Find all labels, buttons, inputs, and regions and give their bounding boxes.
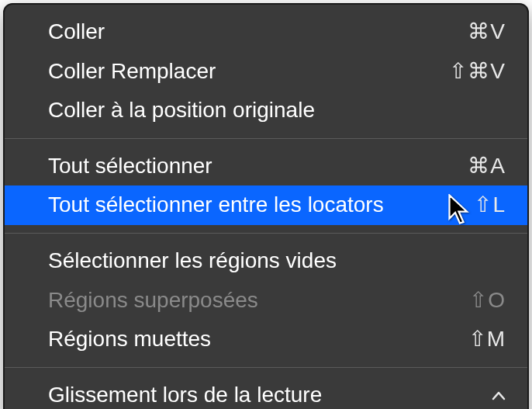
menu-item-label: Coller à la position originale [48, 95, 436, 127]
menu-item-label: Régions muettes [48, 324, 436, 355]
menu-item-shortcut: ⇧M [436, 324, 506, 355]
menu-item-shortcut: ⇧L [436, 189, 506, 221]
submenu-indicator-icon [482, 383, 506, 407]
menu-item-select-all[interactable]: Tout sélectionner ⌘A [5, 147, 527, 186]
context-menu: Coller ⌘V Coller Remplacer ⇧⌘V Coller à … [3, 3, 529, 409]
menu-item-label: Tout sélectionner entre les locators [48, 189, 436, 221]
menu-item-label: Coller [48, 16, 436, 48]
menu-item-label: Tout sélectionner [48, 151, 436, 182]
menu-item-select-empty-regions[interactable]: Sélectionner les régions vides [5, 241, 527, 281]
menu-item-paste-original-position[interactable]: Coller à la position originale [5, 91, 527, 130]
menu-item-shortcut: ⇧⌘V [436, 56, 506, 88]
menu-item-overlapped-regions: Régions superposées ⇧O [5, 281, 527, 321]
menu-item-muted-regions[interactable]: Régions muettes ⇧M [5, 320, 527, 359]
menu-separator [5, 367, 527, 368]
menu-item-paste-replace[interactable]: Coller Remplacer ⇧⌘V [5, 52, 527, 92]
menu-separator [5, 138, 527, 139]
menu-separator [5, 233, 527, 234]
menu-item-label: Glissement lors de la lecture [48, 380, 482, 409]
menu-item-select-all-between-locators[interactable]: Tout sélectionner entre les locators ⇧L [5, 185, 527, 225]
menu-item-label: Coller Remplacer [48, 56, 436, 88]
menu-item-scroll-playback[interactable]: Glissement lors de la lecture [5, 376, 527, 409]
menu-item-paste[interactable]: Coller ⌘V [5, 12, 527, 52]
menu-item-label: Régions superposées [48, 285, 436, 317]
menu-item-shortcut: ⇧O [436, 285, 506, 317]
menu-item-shortcut: ⌘A [436, 151, 506, 182]
menu-item-shortcut: ⌘V [436, 16, 506, 48]
menu-item-label: Sélectionner les régions vides [48, 245, 436, 277]
